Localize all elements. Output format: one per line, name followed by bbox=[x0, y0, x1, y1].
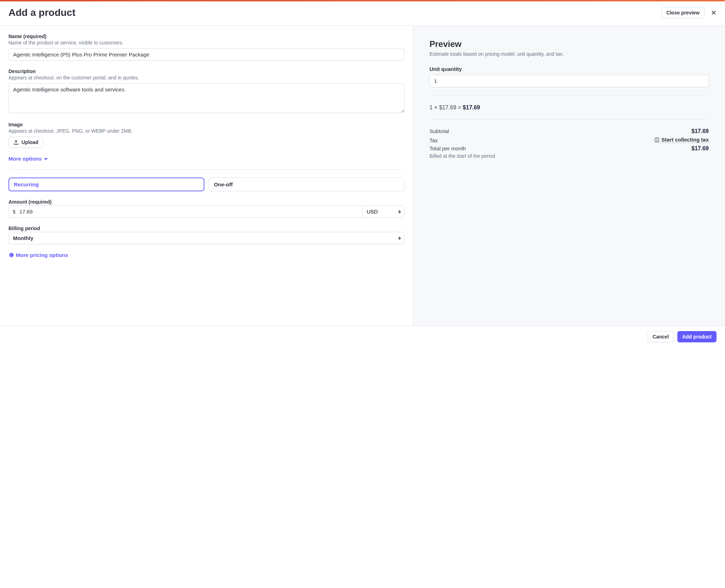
preview-title: Preview bbox=[430, 39, 709, 49]
add-product-button[interactable]: Add product bbox=[677, 331, 717, 342]
billed-note: Billed at the start of the period bbox=[430, 153, 709, 159]
calc-result: $17.69 bbox=[463, 104, 480, 110]
image-help: Appears at checkout. JPEG, PNG, or WEBP … bbox=[8, 128, 405, 134]
subtotal-value: $17.69 bbox=[691, 128, 709, 134]
description-help: Appears at checkout, on the customer por… bbox=[8, 75, 405, 80]
image-label: Image bbox=[8, 122, 405, 127]
name-label: Name (required) bbox=[8, 34, 405, 39]
upload-button[interactable]: Upload bbox=[8, 137, 43, 148]
modal-header: Add a product Close preview bbox=[0, 1, 725, 26]
billing-period-select[interactable]: Monthly bbox=[8, 232, 405, 244]
more-pricing-link[interactable]: More pricing options bbox=[8, 252, 68, 258]
calc-expression: 1 × $17.69 = bbox=[430, 104, 463, 110]
currency-select[interactable]: USD bbox=[362, 205, 405, 218]
close-preview-button[interactable]: Close preview bbox=[661, 7, 705, 18]
preview-panel: Preview Estimate totals based on pricing… bbox=[413, 26, 725, 326]
page-title: Add a product bbox=[8, 7, 76, 18]
more-options-link[interactable]: More options bbox=[8, 156, 48, 162]
name-input[interactable] bbox=[8, 48, 405, 61]
cancel-label: Cancel bbox=[653, 334, 669, 340]
amount-label: Amount (required) bbox=[8, 199, 405, 205]
total-label: Total per month bbox=[430, 145, 466, 151]
gear-icon bbox=[8, 252, 14, 258]
modal-footer: Cancel Add product bbox=[0, 326, 725, 347]
chevron-down-icon bbox=[44, 157, 48, 161]
pricing-type-toggle: Recurring One-off bbox=[8, 178, 405, 191]
unit-quantity-label: Unit quantity bbox=[430, 66, 709, 72]
description-label: Description bbox=[8, 68, 405, 74]
add-product-label: Add product bbox=[682, 334, 712, 340]
subtotal-label: Subtotal bbox=[430, 128, 449, 134]
more-options-label: More options bbox=[8, 156, 42, 162]
upload-label: Upload bbox=[22, 139, 38, 145]
recurring-toggle[interactable]: Recurring bbox=[8, 178, 204, 191]
recurring-label: Recurring bbox=[14, 181, 39, 187]
info-icon bbox=[654, 137, 659, 142]
tax-label: Tax bbox=[430, 137, 438, 143]
one-off-label: One-off bbox=[214, 181, 233, 187]
billing-period-label: Billing period bbox=[8, 226, 405, 231]
svg-point-1 bbox=[657, 138, 657, 139]
more-pricing-label: More pricing options bbox=[16, 252, 68, 258]
calculation-line: 1 × $17.69 = $17.69 bbox=[430, 104, 709, 111]
one-off-toggle[interactable]: One-off bbox=[209, 178, 405, 191]
name-help: Name of the product or service, visible … bbox=[8, 40, 405, 46]
upload-icon bbox=[13, 140, 19, 145]
close-icon[interactable] bbox=[711, 10, 717, 16]
divider bbox=[8, 169, 405, 170]
description-input[interactable]: Agentic Intelligence software tools and … bbox=[8, 83, 405, 113]
unit-quantity-input[interactable] bbox=[430, 75, 709, 87]
cancel-button[interactable]: Cancel bbox=[648, 331, 674, 342]
preview-subtitle: Estimate totals based on pricing model, … bbox=[430, 51, 709, 57]
tax-action-label: Start collecting tax bbox=[661, 137, 709, 143]
form-column: Name (required) Name of the product or s… bbox=[0, 26, 413, 326]
preview-divider bbox=[430, 119, 709, 120]
close-preview-label: Close preview bbox=[666, 10, 700, 16]
total-value: $17.69 bbox=[691, 145, 709, 152]
preview-divider bbox=[430, 96, 709, 96]
currency-symbol: $ bbox=[13, 209, 16, 215]
start-collecting-tax-link[interactable]: Start collecting tax bbox=[654, 137, 709, 143]
amount-input[interactable] bbox=[8, 205, 362, 218]
